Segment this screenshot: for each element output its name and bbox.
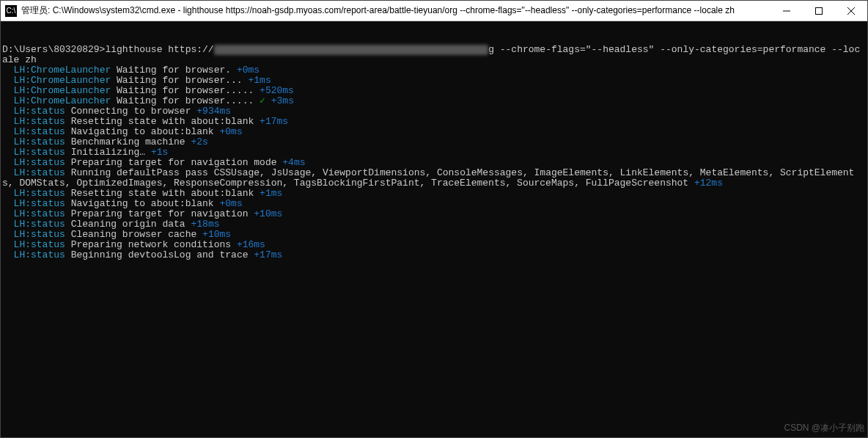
log-line: LH:status Cleaning origin data +18ms (2, 219, 866, 230)
minimize-icon (783, 7, 790, 15)
log-line: LH:status Cleaning browser cache +10ms (2, 230, 866, 240)
log-line: LH:status Resetting state with about:bla… (2, 189, 866, 199)
log-line: LH:status Benchmarking machine +2s (2, 137, 866, 147)
log-line: LH:status Resetting state with about:bla… (2, 117, 866, 127)
svg-rect-1 (816, 7, 823, 14)
log-line: LH:ChromeLauncher Waiting for browser...… (2, 76, 866, 86)
prompt-line: D:\Users\80320829>lighthouse https://███… (2, 45, 866, 65)
log-line: LH:status Beginning devtoolsLog and trac… (2, 250, 866, 260)
titlebar[interactable]: C:\ 管理员: C:\Windows\system32\cmd.exe - l… (1, 1, 867, 21)
log-line: LH:status Running defaultPass pass CSSUs… (2, 168, 866, 189)
window-controls (770, 1, 867, 21)
maximize-icon (815, 7, 823, 15)
log-line: LH:ChromeLauncher Waiting for browser...… (2, 96, 866, 106)
log-line: LH:status Preparing target for navigatio… (2, 158, 866, 168)
svg-line-3 (847, 7, 855, 15)
log-line: LH:ChromeLauncher Waiting for browser...… (2, 86, 866, 96)
cmd-window: C:\ 管理员: C:\Windows\system32\cmd.exe - l… (0, 0, 868, 438)
watermark: CSDN @凑小子别跑 (784, 422, 864, 434)
maximize-button[interactable] (803, 1, 835, 21)
window-title: 管理员: C:\Windows\system32\cmd.exe - light… (21, 4, 770, 17)
terminal-area[interactable]: D:\Users\80320829>lighthouse https://███… (1, 21, 867, 437)
log-line: LH:status Preparing network conditions +… (2, 240, 866, 250)
log-line: LH:status Connecting to browser +934ms (2, 106, 866, 117)
log-line: LH:ChromeLauncher Waiting for browser. +… (2, 65, 866, 76)
terminal-output: D:\Users\80320829>lighthouse https://███… (2, 45, 866, 260)
log-line: LH:status Initializing… +1s (2, 147, 866, 158)
log-line: LH:status Navigating to about:blank +0ms (2, 127, 866, 137)
close-icon (847, 7, 855, 15)
cmd-icon: C:\ (5, 5, 17, 17)
close-button[interactable] (835, 1, 867, 21)
svg-line-2 (847, 7, 855, 15)
log-line: LH:status Navigating to about:blank +0ms (2, 199, 866, 209)
minimize-button[interactable] (770, 1, 803, 21)
log-line: LH:status Preparing target for navigatio… (2, 209, 866, 219)
